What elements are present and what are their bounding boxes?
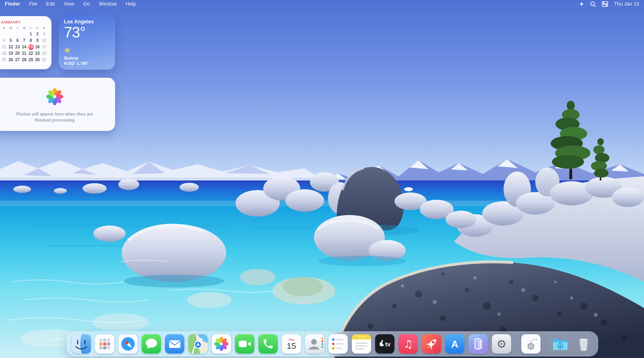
dock-item-phone[interactable] [258,334,278,354]
dock-item-messages[interactable] [142,334,161,354]
calendar-day-31: 31 [41,57,47,63]
weather-widget[interactable]: Los Angeles 73° Sunny H:82° L:56° [59,14,115,70]
games-icon [422,334,441,354]
calendar-day-13: 13 [14,44,21,50]
dock-item-finder[interactable] [72,334,91,354]
dock-calendar-day: 15 [287,341,296,350]
launchpad-icon [95,334,114,354]
dock-item-launchpad[interactable] [95,334,114,354]
photos-widget-message: Photos will appear here when they are fi… [10,111,100,122]
calendar-day-header: W [21,25,28,31]
menu-go[interactable]: Go [83,1,90,7]
calendar-day-empty [8,31,14,37]
photos-widget[interactable]: Photos will appear here when they are fi… [0,78,115,131]
dock-item-trash[interactable] [574,334,593,354]
menu-window[interactable]: Window [99,1,116,7]
calendar-day-header: T [27,25,34,31]
music-icon: ♫ [398,334,418,354]
calendar-day-17: 17 [41,44,47,50]
calendar-day-25: 25 [1,57,8,63]
weather-condition: Sunny [64,56,110,60]
dock-item-tv[interactable]: tv [375,334,394,354]
maps-icon [188,334,208,354]
reminders-icon [328,334,348,354]
calendar-day-23: 23 [34,50,41,56]
calendar-day-18: 18 [1,50,8,56]
dock-item-recent-app[interactable] [521,334,541,354]
dock-item-games[interactable] [422,334,441,354]
calendar-day-20: 20 [14,50,21,56]
recent-app-icon [521,334,541,354]
calendar-day-11: 11 [1,44,8,50]
dock-item-notes[interactable] [352,334,371,354]
apple-intelligence-icon[interactable] [579,1,584,7]
calendar-day-27: 27 [14,57,21,63]
weather-temperature: 73° [64,25,110,41]
dock-item-mail[interactable] [165,334,184,354]
dock-item-photos[interactable] [212,334,231,354]
dock-item-facetime[interactable] [235,334,254,354]
svg-text:♫: ♫ [403,338,413,350]
calendar-month-label: JANUARY [1,20,47,24]
dock-item-maps[interactable] [188,334,208,354]
menu-bar: FinderFileEditViewGoWindowHelp Thu Jan 1… [0,0,644,8]
calendar-day-6: 6 [14,37,21,43]
downloads-icon [551,334,570,354]
dock-separator [545,334,546,354]
menu-file[interactable]: File [29,1,37,7]
dock-separator [516,334,516,354]
calendar-day-10: 10 [41,37,47,43]
calendar-day-26: 26 [8,57,14,63]
menu-help[interactable]: Help [126,1,136,7]
calendar-widget[interactable]: JANUARY SMTWTFS1234567891011121314151617… [0,16,52,69]
dock-item-contacts[interactable] [305,334,324,354]
calendar-day-16: 16 [34,44,41,50]
dock-item-reminders[interactable] [328,334,348,354]
menu-finder[interactable]: Finder [5,1,20,7]
weather-high-low: H:82° L:56° [64,61,110,66]
photos-icon [212,334,231,354]
calendar-day-header: T [14,25,21,31]
sun-icon [64,47,70,54]
dock-item-music[interactable]: ♫ [398,334,418,354]
app-store-icon: A [445,334,464,354]
svg-text:⚙: ⚙ [496,337,506,351]
calendar-grid: SMTWTFS123456789101112131415161718192021… [1,25,47,63]
calendar-day-30: 30 [34,57,41,63]
dock-item-safari[interactable] [118,334,138,354]
dock-item-app-store[interactable]: A [445,334,464,354]
calendar-day-4: 4 [1,37,8,43]
calendar-day-1: 1 [27,31,34,37]
calendar-day-24: 24 [41,50,47,56]
calendar-day-3: 3 [41,31,47,37]
tv-icon: tv [375,334,394,354]
calendar-day-empty [21,31,28,37]
svg-text:tv: tv [385,341,391,348]
phone-icon [258,334,278,354]
dock-item-iphone-mirroring[interactable] [469,334,488,354]
menu-bar-status: Thu Jan 15 [579,1,639,7]
finder-icon [72,334,91,354]
dock-item-calendar[interactable]: Thu15 [282,334,301,354]
calendar-day-21: 21 [21,50,28,56]
calendar-day-28: 28 [21,57,28,63]
facetime-icon [235,334,254,354]
calendar-day-header: F [34,25,41,31]
calendar-day-2: 2 [34,31,41,37]
calendar-day-header: M [8,25,14,31]
dock-item-downloads[interactable] [551,334,570,354]
calendar-day-29: 29 [27,57,34,63]
menu-bar-clock[interactable]: Thu Jan 15 [614,1,639,7]
weather-city: Los Angeles [64,19,110,25]
calendar-day-9: 9 [34,37,41,43]
dock-item-settings[interactable]: ⚙ [492,334,511,354]
settings-icon: ⚙ [492,334,511,354]
control-center-icon[interactable] [602,1,608,7]
menu-edit[interactable]: Edit [46,1,55,7]
app-menus: FinderFileEditViewGoWindowHelp [5,1,136,7]
mail-icon [165,334,184,354]
spotlight-icon[interactable] [590,1,596,7]
calendar-day-8: 8 [27,37,34,43]
messages-icon [142,334,161,354]
menu-view[interactable]: View [64,1,74,7]
